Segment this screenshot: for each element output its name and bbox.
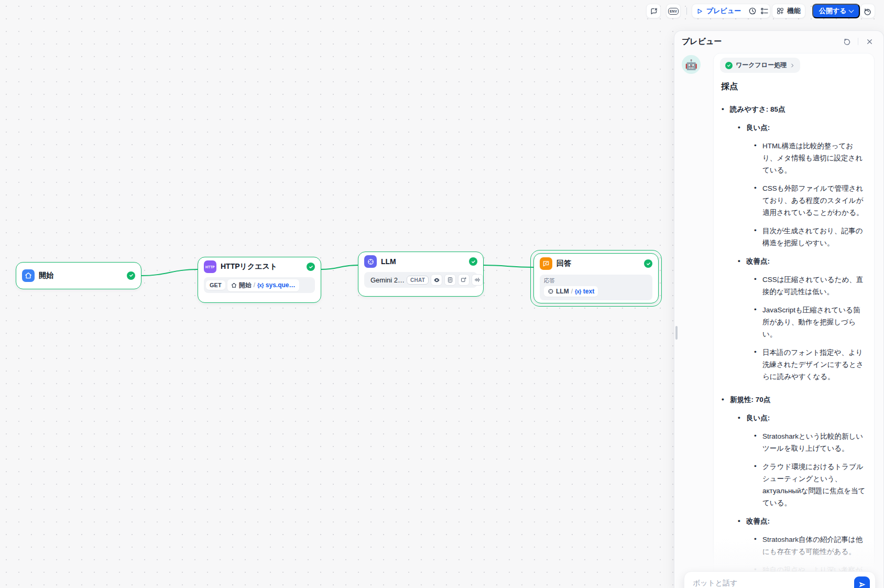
- message-heading: 採点: [721, 81, 867, 92]
- edge-start-http: [141, 269, 198, 276]
- bullet-item: •日本語のフォント指定や、より洗練されたデザインにするとさらに読みやすくなる。: [752, 346, 867, 383]
- bullet-text: 目次が生成されており、記事の構造を把握しやすい。: [762, 227, 863, 247]
- features-button[interactable]: 機能: [772, 4, 805, 18]
- bullet-marker: •: [738, 121, 740, 133]
- image-generate-icon: [458, 274, 470, 286]
- variable-source: 開始: [239, 281, 252, 290]
- bullet-text: JavaScriptも圧縮されている箇所があり、動作を把握しづらい。: [762, 306, 860, 338]
- home-icon: [231, 282, 237, 288]
- http-icon: HTTP: [204, 260, 216, 273]
- http-url-variable[interactable]: 開始 / {x} sys.que…: [227, 279, 299, 291]
- bullet-item: •良い点:•Stratosharkという比較的新しいツールを取り上げている。•ク…: [736, 412, 867, 509]
- env-variables-button[interactable]: ENV: [666, 4, 681, 18]
- bullet-marker: •: [754, 139, 757, 151]
- restart-conversation-button[interactable]: [840, 35, 854, 48]
- bullet-marker: •: [754, 273, 757, 285]
- node-answer[interactable]: 回答 応答 LLM / {x} text: [533, 253, 659, 303]
- success-check-icon: [725, 62, 733, 69]
- chat-input[interactable]: [693, 579, 870, 587]
- change-history-button[interactable]: [860, 4, 875, 18]
- node-start-title: 開始: [39, 271, 123, 280]
- run-group: プレビュー: [692, 4, 770, 18]
- answer-output-label: 応答: [544, 277, 648, 285]
- success-check-icon: [469, 257, 477, 266]
- toolbar-divider: [686, 7, 687, 15]
- variable-name: text: [583, 288, 594, 295]
- answer-variable[interactable]: LLM / {x} text: [544, 286, 598, 297]
- top-toolbar: ENV プレビュー 機能 公開する: [0, 4, 884, 19]
- bullet-marker: •: [738, 255, 740, 267]
- bullet-text: CSSは圧縮されているため、直接的な可読性は低い。: [762, 276, 863, 296]
- bullet-marker: •: [754, 533, 757, 545]
- bullet-text: 良い点:: [746, 124, 770, 132]
- chat-debug-button[interactable]: [646, 4, 661, 18]
- bullet-item: •目次が生成されており、記事の構造を把握しやすい。: [752, 225, 867, 249]
- preview-run-button[interactable]: プレビュー: [696, 6, 741, 16]
- bullet-item: •HTML構造は比較的整っており、メタ情報も適切に設定されている。: [752, 140, 867, 176]
- publish-button[interactable]: 公開する: [812, 4, 860, 18]
- llm-model-name: Gemini 2…: [370, 276, 405, 284]
- features-grid-icon: [777, 7, 784, 15]
- workflow-process-chip[interactable]: ワークフロー処理: [720, 58, 800, 73]
- bullet-marker: •: [738, 515, 740, 527]
- bullet-marker: •: [738, 411, 740, 423]
- node-answer-title: 回答: [556, 259, 640, 268]
- bullet-text: 読みやすさ: 85点: [730, 105, 785, 113]
- bullet-item: •JavaScriptも圧縮されている箇所があり、動作を把握しづらい。: [752, 304, 867, 340]
- vision-eye-icon: [431, 274, 442, 286]
- bullet-text: 改善点:: [746, 517, 770, 525]
- bullet-text: Stratosharkという比較的新しいツールを取り上げている。: [762, 432, 863, 452]
- node-llm[interactable]: LLM Gemini 2… CHAT: [358, 252, 484, 297]
- edge-http-llm: [321, 265, 358, 269]
- variable-inspector-button[interactable]: [760, 7, 769, 15]
- bullet-marker: •: [722, 393, 724, 405]
- play-icon: [696, 8, 703, 15]
- variable-separator: /: [254, 281, 255, 289]
- node-llm-title: LLM: [381, 257, 465, 266]
- bullet-text: CSSも外部ファイルで管理されており、ある程度のスタイルが適用されていることがわ…: [762, 184, 863, 216]
- close-panel-button[interactable]: [863, 35, 876, 48]
- close-icon: [866, 38, 873, 45]
- bullet-marker: •: [754, 430, 757, 442]
- bullet-text: クラウド環境におけるトラブルシューティングという、актуальныйな問題に焦…: [762, 463, 865, 507]
- success-check-icon: [127, 271, 135, 280]
- bullet-item: •CSSは圧縮されているため、直接的な可読性は低い。: [752, 274, 867, 298]
- node-http-request[interactable]: HTTP HTTPリクエスト GET 開始 / {x} sys.que…: [198, 257, 321, 303]
- run-history-button[interactable]: [748, 7, 757, 15]
- bullet-item: •読みやすさ: 85点•良い点:•HTML構造は比較的整っており、メタ情報も適切…: [720, 103, 867, 383]
- bullet-item: •改善点:•CSSは圧縮されているため、直接的な可読性は低い。•JavaScri…: [736, 255, 867, 383]
- llm-ref-icon: [548, 288, 554, 295]
- llm-icon: [364, 255, 377, 268]
- chevron-down-icon: [848, 8, 854, 13]
- clock-play-icon: [748, 7, 757, 15]
- success-check-icon: [644, 259, 652, 268]
- bullet-text: 良い点:: [746, 414, 770, 422]
- edge-llm-answer: [484, 265, 533, 267]
- variable-separator: /: [571, 288, 573, 295]
- bullet-text: 新規性: 70点: [730, 396, 770, 404]
- workflow-process-label: ワークフロー処理: [736, 61, 787, 70]
- node-http-title: HTTPリクエスト: [221, 262, 302, 271]
- history-icon: [864, 7, 872, 15]
- chat-close-icon: [650, 7, 658, 15]
- bullet-item: •CSSも外部ファイルで管理されており、ある程度のスタイルが適用されていることが…: [752, 182, 867, 219]
- home-icon: [22, 269, 35, 282]
- canvas-scrollbar[interactable]: [675, 326, 678, 340]
- llm-mode-badge: CHAT: [407, 276, 429, 285]
- refresh-icon: [843, 38, 851, 46]
- bullet-text: 改善点:: [746, 257, 770, 265]
- bullet-item: •Stratosharkという比較的新しいツールを取り上げている。: [752, 430, 867, 454]
- chevron-right-icon: [790, 63, 795, 68]
- http-method-badge: GET: [206, 280, 225, 290]
- llm-model-selector[interactable]: Gemini 2… CHAT: [364, 272, 477, 288]
- preview-panel-header: プレビュー: [674, 31, 883, 52]
- node-start[interactable]: 開始: [16, 262, 141, 289]
- header-divider: [858, 38, 858, 45]
- answer-message-bubble: ワークフロー処理 採点 •読みやすさ: 85点•良い点:•HTML構造は比較的整…: [713, 53, 875, 588]
- success-check-icon: [307, 263, 315, 271]
- variable-x-icon: {x}: [575, 289, 581, 295]
- bullet-item: •Stratoshark自体の紹介記事は他にも存在する可能性がある。: [752, 533, 867, 558]
- send-button[interactable]: [854, 576, 870, 588]
- publish-label: 公開する: [819, 6, 847, 16]
- audio-wave-icon: [472, 274, 483, 286]
